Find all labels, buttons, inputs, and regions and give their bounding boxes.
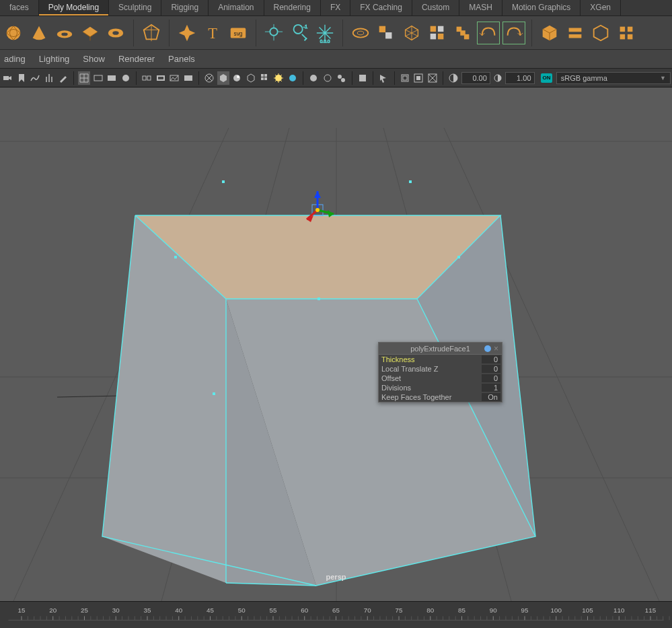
arrow-icon[interactable] bbox=[377, 71, 390, 85]
view-transform-dropdown[interactable]: sRGB gamma ▼ bbox=[556, 72, 671, 84]
isolate-select-icon[interactable] bbox=[307, 71, 320, 85]
film-gate-icon[interactable] bbox=[91, 71, 104, 85]
shelf-tab-fx[interactable]: FX bbox=[321, 0, 350, 15]
render-setup-icon[interactable] bbox=[412, 71, 425, 85]
attr-row-local-translate-z[interactable]: Local Translate Z 0 bbox=[379, 364, 502, 374]
exposure-value-input[interactable]: 0.00 bbox=[461, 72, 490, 84]
depth-of-field-icon[interactable] bbox=[286, 71, 299, 85]
smooth-icon[interactable] bbox=[426, 22, 448, 44]
wireframe-on-shaded-icon[interactable] bbox=[182, 71, 195, 85]
freeze-transformations-icon[interactable]: -1 bbox=[289, 22, 310, 44]
attr-row-thickness[interactable]: Thickness 0 bbox=[379, 355, 502, 364]
attr-value[interactable]: 0 bbox=[482, 355, 500, 363]
shelf-tab-animation[interactable]: Animation bbox=[209, 0, 264, 15]
shelf-tab-rendering[interactable]: Rendering bbox=[264, 0, 321, 15]
select-camera-icon[interactable] bbox=[1, 71, 14, 85]
x-ray-icon[interactable] bbox=[322, 71, 334, 85]
attr-value[interactable]: On bbox=[482, 393, 500, 401]
center-pivot-icon[interactable] bbox=[263, 22, 285, 44]
svg-text:85: 85 bbox=[458, 606, 465, 614]
attr-value[interactable]: 0 bbox=[482, 374, 500, 382]
resolution-gate-icon[interactable] bbox=[106, 71, 118, 85]
anti-alias-icon[interactable] bbox=[258, 71, 271, 85]
poly-type-icon[interactable]: T bbox=[202, 22, 223, 44]
bookmark-icon[interactable] bbox=[15, 71, 28, 85]
extrude-icon[interactable] bbox=[478, 22, 499, 44]
time-slider[interactable]: 1520253035404550556065707580859095100105… bbox=[0, 601, 672, 628]
combine-icon[interactable] bbox=[375, 22, 397, 44]
image-plane-icon[interactable] bbox=[29, 71, 42, 85]
shelf-tab-mash[interactable]: MASH bbox=[459, 0, 502, 15]
exposure-control-icon[interactable] bbox=[357, 71, 369, 85]
shelf-tab-xgen[interactable]: XGen bbox=[581, 0, 621, 15]
target-weld-icon[interactable] bbox=[615, 22, 637, 44]
attr-row-offset[interactable]: Offset 0 bbox=[379, 374, 502, 383]
poly-disc-icon[interactable] bbox=[54, 22, 75, 44]
panel-menu-shading[interactable]: ading bbox=[4, 54, 26, 64]
poly-cylinder-icon[interactable] bbox=[79, 22, 101, 44]
view-transform-value: sRGB gamma bbox=[561, 73, 607, 83]
svg-text:115: 115 bbox=[645, 606, 657, 614]
shelf-tab-sculpting[interactable]: Sculpting bbox=[109, 0, 161, 15]
popup-title: polyExtrudeFace1 bbox=[410, 345, 470, 353]
boolean-union-icon[interactable] bbox=[452, 22, 474, 44]
poly-torus-icon[interactable] bbox=[105, 22, 126, 44]
shelf-tab-rigging[interactable]: Rigging bbox=[161, 0, 209, 15]
wireframe-icon[interactable] bbox=[141, 71, 153, 85]
svg-rect-76 bbox=[409, 180, 412, 183]
svg-text:60: 60 bbox=[301, 606, 308, 614]
gamma-icon[interactable] bbox=[492, 71, 505, 85]
poly-svg-icon[interactable]: svg bbox=[227, 22, 249, 44]
toggle-renderer-icon[interactable] bbox=[399, 71, 412, 85]
attr-row-divisions[interactable]: Divisions 1 bbox=[379, 383, 502, 392]
smooth-shade-icon[interactable] bbox=[154, 71, 167, 85]
poly-superellipse-icon[interactable] bbox=[176, 22, 198, 44]
gamma-value-input[interactable]: 1.00 bbox=[505, 72, 534, 84]
shelf-tab-custom[interactable]: Custom bbox=[412, 0, 459, 15]
separate-icon[interactable] bbox=[401, 22, 422, 44]
svg-rect-28 bbox=[94, 75, 102, 81]
grid-icon[interactable] bbox=[78, 71, 91, 85]
shelf-tab-motion-graphics[interactable]: Motion Graphics bbox=[502, 0, 581, 15]
use-default-material-icon[interactable] bbox=[168, 71, 181, 85]
attr-value[interactable]: 1 bbox=[482, 384, 500, 392]
two-sided-lighting-icon[interactable] bbox=[43, 71, 56, 85]
render-view-icon[interactable] bbox=[426, 71, 439, 85]
shadows-icon[interactable] bbox=[231, 71, 244, 85]
grease-pencil-icon[interactable] bbox=[57, 71, 69, 85]
in-view-editor[interactable]: polyExtrudeFace1 × Thickness 0 Local Tra… bbox=[378, 342, 502, 403]
motion-blur-icon[interactable] bbox=[272, 71, 285, 85]
multi-cut-icon[interactable] bbox=[564, 22, 586, 44]
poly-platonic-icon[interactable] bbox=[141, 22, 162, 44]
svg-text:80: 80 bbox=[426, 606, 434, 614]
use-all-lights-icon[interactable] bbox=[217, 71, 230, 85]
close-icon[interactable]: × bbox=[494, 345, 500, 352]
mirror-geometry-icon[interactable] bbox=[350, 22, 371, 44]
textured-icon[interactable] bbox=[203, 71, 216, 85]
shelf-tab-fx-caching[interactable]: FX Caching bbox=[350, 0, 412, 15]
panel-menu-show[interactable]: Show bbox=[83, 54, 105, 64]
reset-transformations-icon[interactable]: 0,0,0 bbox=[314, 22, 336, 44]
poly-cone-icon[interactable] bbox=[28, 22, 50, 44]
x-ray-joints-icon[interactable] bbox=[335, 71, 348, 85]
popup-title-bar[interactable]: polyExtrudeFace1 × bbox=[379, 343, 502, 355]
ambient-occlusion-icon[interactable] bbox=[245, 71, 258, 85]
poly-sphere-icon[interactable] bbox=[3, 22, 24, 44]
node-color-icon[interactable] bbox=[484, 345, 491, 352]
shelf-tab-poly-modeling[interactable]: Poly Modeling bbox=[39, 0, 109, 15]
svg-rect-35 bbox=[170, 75, 178, 81]
svg-rect-22 bbox=[464, 34, 470, 39]
panel-menu-lighting[interactable]: Lighting bbox=[39, 54, 70, 64]
panel-menu-renderer[interactable]: Renderer bbox=[118, 54, 155, 64]
bevel-icon[interactable] bbox=[539, 22, 560, 44]
panel-menu-panels[interactable]: Panels bbox=[168, 54, 195, 64]
shelf-tab-faces[interactable]: faces bbox=[0, 0, 39, 15]
color-management-chip[interactable]: ON bbox=[541, 73, 552, 83]
exposure-icon[interactable] bbox=[447, 71, 460, 85]
insert-edge-loop-icon[interactable] bbox=[590, 22, 611, 44]
attr-value[interactable]: 0 bbox=[482, 365, 500, 373]
gate-mask-icon[interactable] bbox=[119, 71, 132, 85]
attr-row-keep-faces-together[interactable]: Keep Faces Together On bbox=[379, 392, 502, 402]
bridge-icon[interactable] bbox=[503, 22, 525, 44]
viewport[interactable]: polyExtrudeFace1 × Thickness 0 Local Tra… bbox=[0, 88, 672, 601]
